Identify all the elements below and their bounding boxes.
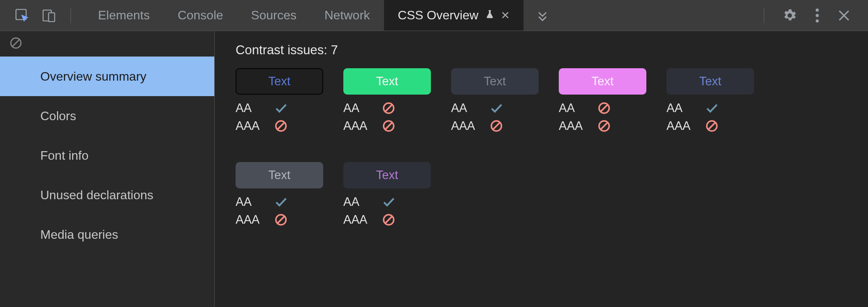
tab-elements[interactable]: Elements: [84, 0, 164, 31]
panel-body: Overview summary Colors Font info Unused…: [0, 31, 868, 307]
rating-row-aa: AA: [559, 99, 646, 117]
contrast-swatch[interactable]: TextAAAAA: [236, 68, 323, 135]
rating-label: AAA: [343, 119, 382, 133]
contrast-swatch[interactable]: TextAAAAA: [343, 68, 431, 135]
rating-label: AA: [343, 101, 382, 115]
sidebar-item-label: Overview summary: [40, 69, 146, 84]
fail-icon: [274, 213, 288, 226]
fail-icon: [598, 102, 611, 115]
rating-label: AA: [343, 195, 382, 209]
contrast-swatch[interactable]: TextAAAAA: [559, 68, 646, 135]
rating-row-aa: AA: [343, 193, 431, 211]
sidebar-item-colors[interactable]: Colors: [0, 96, 214, 136]
rating-row-aaa: AAA: [343, 211, 431, 229]
rating-label: AA: [559, 101, 598, 115]
devtools-tabstrip: Elements Console Sources Network CSS Ove…: [0, 0, 868, 31]
rating-row-aa: AA: [236, 99, 323, 117]
rating-row-aaa: AAA: [343, 117, 431, 135]
svg-point-5: [816, 19, 819, 22]
pass-check-icon: [382, 195, 395, 209]
fail-icon: [382, 102, 395, 115]
rating-label: AAA: [559, 119, 598, 133]
rating-label: AAA: [236, 119, 274, 133]
svg-line-9: [277, 122, 285, 130]
tab-label: Elements: [98, 8, 150, 22]
rating-row-aaa: AAA: [236, 117, 323, 135]
inspect-element-icon[interactable]: [9, 0, 36, 31]
svg-point-3: [816, 9, 819, 12]
pass-check-icon: [705, 102, 718, 115]
svg-point-4: [816, 14, 819, 17]
fail-icon: [598, 119, 611, 133]
rating-label: AA: [451, 101, 490, 115]
sidebar-item-unused-declarations[interactable]: Unused declarations: [0, 175, 214, 215]
tab-label: Console: [177, 8, 223, 22]
tab-console[interactable]: Console: [164, 0, 237, 31]
close-tab-icon[interactable]: [501, 8, 510, 22]
separator: [71, 8, 71, 23]
contrast-ratings: AAAAA: [236, 99, 323, 135]
svg-line-23: [277, 216, 285, 224]
rating-label: AA: [236, 195, 274, 209]
fail-icon: [382, 119, 395, 133]
sidebar-item-font-info[interactable]: Font info: [0, 136, 214, 175]
tabs-container: Elements Console Sources Network CSS Ove…: [84, 0, 561, 31]
contrast-swatch[interactable]: TextAAAAA: [451, 68, 539, 135]
contrast-swatch[interactable]: TextAAAAA: [343, 162, 431, 229]
pass-check-icon: [274, 102, 288, 115]
svg-line-17: [600, 104, 608, 112]
sidebar-item-label: Font info: [40, 148, 89, 163]
sidebar-item-label: Unused declarations: [40, 188, 153, 202]
sidebar-item-overview[interactable]: Overview summary: [0, 57, 214, 96]
rating-row-aaa: AAA: [559, 117, 646, 135]
contrast-swatch[interactable]: TextAAAAA: [666, 68, 754, 135]
swatch-preview: Text: [451, 68, 539, 95]
swatch-preview: Text: [559, 68, 646, 95]
more-options-icon[interactable]: [808, 0, 827, 31]
rating-label: AA: [236, 101, 274, 115]
rating-label: AA: [666, 101, 705, 115]
rating-row-aa: AA: [666, 99, 754, 117]
tab-sources[interactable]: Sources: [237, 0, 310, 31]
rating-row-aa: AA: [451, 99, 539, 117]
tab-network[interactable]: Network: [310, 0, 384, 31]
device-toolbar-icon[interactable]: [36, 0, 63, 31]
sidebar-item-label: Colors: [40, 109, 76, 123]
sidebar-item-media-queries[interactable]: Media queries: [0, 215, 214, 254]
rating-label: AAA: [666, 119, 705, 133]
contrast-ratings: AAAAA: [666, 99, 754, 135]
contrast-ratings: AAAAA: [559, 99, 646, 135]
contrast-ratings: AAAAA: [343, 193, 431, 229]
rating-row-aaa: AAA: [236, 211, 323, 229]
contrast-ratings: AAAAA: [343, 99, 431, 135]
tabstrip-right: [756, 0, 868, 31]
svg-line-19: [600, 122, 608, 130]
settings-icon[interactable]: [774, 0, 805, 31]
section-title: Contrast issues: 7: [236, 43, 847, 57]
tab-label: Network: [324, 8, 370, 22]
sidebar: Overview summary Colors Font info Unused…: [0, 31, 215, 307]
swatch-preview: Text: [236, 68, 323, 95]
svg-rect-2: [48, 13, 55, 22]
rating-label: AAA: [236, 213, 274, 227]
contrast-swatch-grid: TextAAAAATextAAAAATextAAAAATextAAAAAText…: [236, 68, 847, 229]
pass-check-icon: [490, 102, 503, 115]
close-devtools-icon[interactable]: [829, 0, 859, 31]
svg-line-13: [385, 122, 393, 130]
tabs-overflow-icon[interactable]: [524, 0, 561, 31]
fail-icon: [274, 119, 288, 133]
svg-line-25: [385, 216, 393, 224]
clear-icon[interactable]: [9, 36, 22, 51]
fail-icon: [382, 213, 395, 226]
svg-line-21: [708, 122, 716, 130]
swatch-preview: Text: [236, 162, 323, 188]
tab-css-overview[interactable]: CSS Overview: [384, 0, 524, 31]
swatch-preview: Text: [343, 68, 431, 95]
tab-label: Sources: [251, 8, 296, 22]
swatch-preview: Text: [666, 68, 754, 95]
pass-check-icon: [274, 195, 288, 209]
svg-line-11: [385, 104, 393, 112]
contrast-swatch[interactable]: TextAAAAA: [236, 162, 323, 229]
contrast-ratings: AAAAA: [236, 193, 323, 229]
fail-icon: [490, 119, 503, 133]
